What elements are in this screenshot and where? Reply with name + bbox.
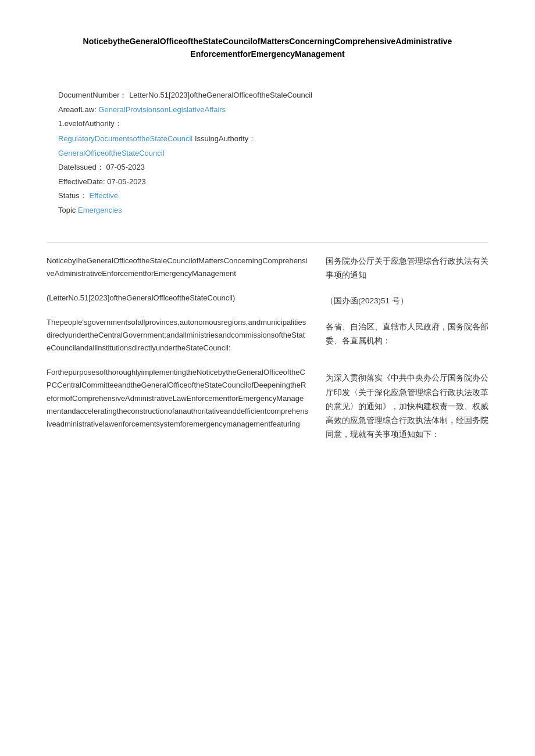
level-of-authority-row: 1.evelofAuthority： bbox=[58, 119, 477, 129]
area-of-law-link[interactable]: GeneralProvisionsonLegislativeAffairs bbox=[98, 105, 226, 114]
content-section: NoticebyIheGeneralOfficeoftheStaleCounci… bbox=[47, 255, 488, 442]
english-doc-number: (LetterNo.51[2023]oftheGeneralOfficeofth… bbox=[47, 292, 308, 304]
title-line2: EnforcementforEmergencyManagement bbox=[47, 48, 488, 60]
status-value: Effective bbox=[89, 191, 118, 200]
chinese-content: 国务院办公厅关于应急管理综合行政执法有关事项的通知 （国办函(2023)51 号… bbox=[326, 255, 488, 442]
english-body: Forthepurposesofthoroughlyimplementingth… bbox=[47, 366, 308, 430]
metadata-section: DocumentNumber： LetterNo.51[2023]oftheGe… bbox=[47, 84, 488, 225]
issuing-authority-label: IssuingAuthority： bbox=[195, 134, 256, 143]
date-issued-row: DateIssued： 07-05-2023 bbox=[58, 162, 477, 173]
chinese-recipients: 各省、自治区、直辖市人民政府，国务院各部委、各直属机构： bbox=[326, 320, 488, 349]
effective-date-row: EffectiveDate: 07-05-2023 bbox=[58, 177, 477, 186]
page: NoticebytheGeneralOfficeoftheStateCounci… bbox=[0, 0, 535, 756]
title-section: NoticebytheGeneralOfficeoftheStateCounci… bbox=[47, 35, 488, 61]
document-number-row: DocumentNumber： LetterNo.51[2023]oftheGe… bbox=[58, 90, 477, 101]
topic-link[interactable]: Emergencies bbox=[78, 206, 122, 214]
chinese-title-text: 国务院办公厅关于应急管理综合行政执法有关事项的通知 bbox=[326, 257, 488, 280]
english-title-text: NoticebyIheGeneralOfficeoftheStaleCounci… bbox=[47, 256, 308, 278]
general-office-link[interactable]: GeneralOfficeoftheStateCouncil bbox=[58, 149, 165, 157]
english-recipients-text: Thepeople'sgovernmentsofallprovinces,aut… bbox=[47, 318, 306, 352]
chinese-body: 为深入贯彻落实《中共中央办公厅国务院办公厅印发〈关于深化应急管理综合行政执法改革… bbox=[326, 371, 488, 442]
english-content: NoticebyIheGeneralOfficeoftheStaleCounci… bbox=[47, 255, 308, 442]
chinese-title: 国务院办公厅关于应急管理综合行政执法有关事项的通知 bbox=[326, 255, 488, 283]
effective-date-label: EffectiveDate: bbox=[58, 177, 105, 186]
status-label: Status： bbox=[58, 191, 87, 200]
regulatory-docs-row: RegulatoryDocumentsoftheStateCouncil Iss… bbox=[58, 134, 477, 144]
chinese-recipients-text: 各省、自治区、直辖市人民政府，国务院各部委、各直属机构： bbox=[326, 323, 488, 345]
level-of-authority-label: 1.evelofAuthority： bbox=[58, 119, 122, 128]
chinese-body-text: 为深入贯彻落实《中共中央办公厅国务院办公厅印发〈关于深化应急管理综合行政执法改革… bbox=[326, 374, 488, 439]
main-title: NoticebytheGeneralOfficeoftheStateCounci… bbox=[47, 35, 488, 61]
area-of-law-row: AreaofLaw: GeneralProvisionsonLegislativ… bbox=[58, 105, 477, 114]
general-office-row: GeneralOfficeoftheStateCouncil bbox=[58, 149, 477, 157]
section-divider bbox=[47, 242, 488, 243]
topic-label: Topic bbox=[58, 206, 76, 214]
title-line1: NoticebytheGeneralOfficeoftheStateCounci… bbox=[47, 35, 488, 48]
document-number-value: LetterNo.51[2023]oftheGeneralOfficeofthe… bbox=[129, 91, 312, 99]
document-number-label: DocumentNumber： bbox=[58, 91, 127, 99]
effective-date-value: 07-05-2023 bbox=[107, 177, 146, 186]
area-of-law-label: AreaofLaw: bbox=[58, 105, 97, 114]
english-title-block: NoticebyIheGeneralOfficeoftheStaleCounci… bbox=[47, 255, 308, 280]
english-doc-number-text: (LetterNo.51[2023]oftheGeneralOfficeofth… bbox=[47, 293, 235, 302]
regulatory-docs-link[interactable]: RegulatoryDocumentsoftheStateCouncil bbox=[58, 134, 192, 143]
date-issued-value: 07-05-2023 bbox=[106, 163, 145, 171]
english-body-text: Forthepurposesofthoroughlyimplementingth… bbox=[47, 368, 308, 428]
chinese-doc-number: （国办函(2023)51 号） bbox=[326, 294, 488, 308]
topic-row: Topic Emergencies bbox=[58, 206, 477, 214]
status-row: Status： Effective bbox=[58, 191, 477, 201]
english-recipients: Thepeople'sgovernmentsofallprovinces,aut… bbox=[47, 316, 308, 354]
chinese-doc-number-text: （国办函(2023)51 号） bbox=[326, 296, 408, 305]
date-issued-label: DateIssued： bbox=[58, 163, 104, 171]
